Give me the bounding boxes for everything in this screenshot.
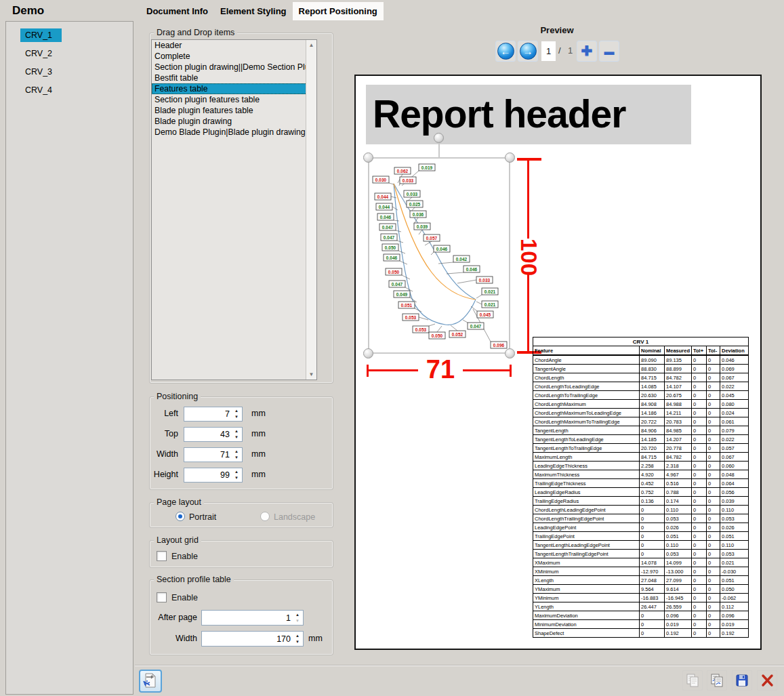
- page-number-box[interactable]: 1: [541, 41, 556, 61]
- profile-width-field[interactable]: ▲▼: [201, 631, 304, 647]
- preview-page[interactable]: Report header 0.0300.0620.0330.0440.0440…: [354, 75, 762, 650]
- table-cell: 20.630: [640, 391, 665, 400]
- table-row: XLength27.04827.099000.051: [533, 576, 749, 585]
- table-cell: -12.970: [640, 567, 665, 576]
- dragdrop-item[interactable]: Header: [152, 40, 316, 51]
- report-header-element[interactable]: Report header: [366, 85, 691, 144]
- dragdrop-item[interactable]: Blade plugin drawing: [152, 116, 316, 127]
- top-field[interactable]: ▲▼: [184, 427, 243, 442]
- section-profile-checkbox[interactable]: [157, 592, 167, 602]
- table-cell: 0: [692, 523, 707, 532]
- profile-width-input[interactable]: [202, 632, 303, 646]
- table-cell: 0: [707, 585, 720, 594]
- table-cell: LeadingEdgeRadius: [533, 488, 640, 497]
- left-field[interactable]: ▲▼: [184, 407, 243, 422]
- measurement-label-value: 0.057: [426, 236, 438, 241]
- dragdrop-item[interactable]: Demo Blade Plugin|Blade plugin drawing: [152, 127, 316, 138]
- width-field[interactable]: ▲▼: [184, 447, 243, 462]
- table-cell: ChordLengthToTrailingEdge: [533, 391, 640, 400]
- table-cell: LeadingEdgePoint: [533, 523, 640, 532]
- width-field-label: Width: [150, 449, 178, 459]
- portrait-option[interactable]: Portrait: [176, 510, 216, 523]
- height-spinner[interactable]: ▲▼: [232, 468, 241, 482]
- scroll-up-icon[interactable]: ▲: [306, 40, 316, 50]
- table-cell: 0: [692, 400, 707, 409]
- window-title: Demo: [12, 4, 44, 18]
- profile-width-spinner[interactable]: ▲▼: [293, 632, 302, 646]
- dragdrop-item[interactable]: Section plugin drawing||Demo Section Plu…: [152, 62, 316, 73]
- landscape-option[interactable]: Landscape: [260, 510, 315, 523]
- dragdrop-scrollbar[interactable]: ▲ ▼: [306, 40, 316, 380]
- table-cell: ChordAngle: [533, 355, 640, 365]
- table-row: ChordLength84.71584.782000.067: [533, 373, 749, 382]
- close-button[interactable]: [757, 670, 777, 691]
- measurement-document-button[interactable]: [139, 670, 162, 693]
- table-cell: 26.559: [665, 602, 692, 611]
- top-spinner[interactable]: ▲▼: [232, 428, 241, 441]
- sidebar-list[interactable]: CRV_1CRV_2CRV_3CRV_4: [5, 21, 133, 695]
- label-leader-line: [419, 230, 422, 234]
- left-spinner[interactable]: ▲▼: [232, 407, 241, 421]
- sidebar-item-crv_3[interactable]: CRV_3: [20, 65, 62, 79]
- sidebar-item-crv_4[interactable]: CRV_4: [20, 83, 62, 97]
- selection-handle-bottom-right[interactable]: [505, 348, 515, 359]
- selection-handle-top-right[interactable]: [505, 152, 515, 163]
- table-row: YMaximum9.5649.614000.050: [533, 585, 749, 594]
- save-button[interactable]: [732, 670, 752, 691]
- table-row: TangentAngle88.83088.899000.069: [533, 365, 749, 373]
- previous-page-button[interactable]: ←: [495, 41, 516, 62]
- dragdrop-item[interactable]: Section plugin features table: [152, 94, 316, 105]
- layout-grid-enable[interactable]: Enable: [157, 550, 198, 562]
- table-row: XMaximum14.07814.099000.021: [533, 558, 749, 567]
- layout-grid-group: Layout grid Enable: [149, 540, 333, 568]
- scroll-down-icon[interactable]: ▼: [306, 369, 316, 380]
- height-field[interactable]: ▲▼: [184, 468, 243, 483]
- label-leader-line: [476, 302, 482, 304]
- paste-report-button[interactable]: [707, 670, 727, 691]
- copy-report-button[interactable]: [682, 670, 703, 691]
- section-profile-enable[interactable]: Enable: [157, 591, 198, 603]
- dragdrop-item[interactable]: Complete: [152, 51, 316, 62]
- table-cell: 0: [692, 629, 707, 638]
- measurement-label-value: 0.033: [407, 192, 418, 197]
- layout-grid-group-label: Layout grid: [154, 535, 201, 545]
- table-cell: 0.048: [720, 470, 749, 479]
- next-page-button[interactable]: →: [518, 41, 538, 62]
- table-cell: 0.022: [720, 435, 749, 444]
- table-cell: ChordLengthMaximum: [533, 400, 640, 409]
- measurement-label-value: 0.053: [405, 315, 417, 320]
- portrait-radio[interactable]: [176, 512, 185, 521]
- table-cell: 0: [707, 365, 720, 373]
- zoom-in-button[interactable]: ✚: [577, 41, 597, 62]
- table-cell: 0: [692, 365, 707, 373]
- measurement-label-value: 0.046: [380, 215, 392, 220]
- measurement-label-value: 0.050: [385, 245, 396, 250]
- table-cell: 0: [707, 567, 720, 576]
- dragdrop-item[interactable]: Blade plugin features table: [152, 105, 316, 116]
- sidebar-item-crv_1[interactable]: CRV_1: [20, 28, 62, 42]
- dragdrop-list[interactable]: HeaderCompleteSection plugin drawing||De…: [151, 39, 317, 380]
- table-cell: ChordLength: [533, 373, 640, 382]
- drawing-selection-box[interactable]: 0.0300.0620.0330.0440.0440.0460.0470.047…: [368, 157, 510, 354]
- tab-report-positioning[interactable]: Report Positioning: [293, 2, 384, 20]
- width-spinner[interactable]: ▲▼: [232, 448, 241, 462]
- left-unit: mm: [251, 409, 266, 418]
- table-cell: 0: [707, 523, 720, 532]
- after-page-spinner[interactable]: ▲▼: [293, 611, 302, 625]
- table-cell: 27.099: [665, 576, 692, 585]
- dragdrop-item[interactable]: Bestfit table: [152, 73, 316, 83]
- selection-handle-top-left[interactable]: [363, 152, 373, 163]
- selection-handle-top-center[interactable]: [434, 133, 444, 143]
- after-page-field[interactable]: ▲▼: [201, 610, 304, 626]
- table-cell: 14.186: [640, 409, 665, 417]
- table-cell: 0.080: [720, 400, 749, 409]
- sidebar-item-crv_2[interactable]: CRV_2: [20, 47, 62, 60]
- tab-document-info[interactable]: Document Info: [140, 2, 214, 20]
- selection-handle-bottom-left[interactable]: [363, 348, 373, 359]
- zoom-out-button[interactable]: ▬: [599, 41, 619, 62]
- tab-element-styling[interactable]: Element Styling: [214, 2, 293, 20]
- layout-grid-checkbox[interactable]: [157, 551, 167, 561]
- after-page-input[interactable]: [202, 611, 303, 625]
- landscape-radio[interactable]: [260, 512, 270, 521]
- dragdrop-item[interactable]: Features table: [152, 83, 316, 94]
